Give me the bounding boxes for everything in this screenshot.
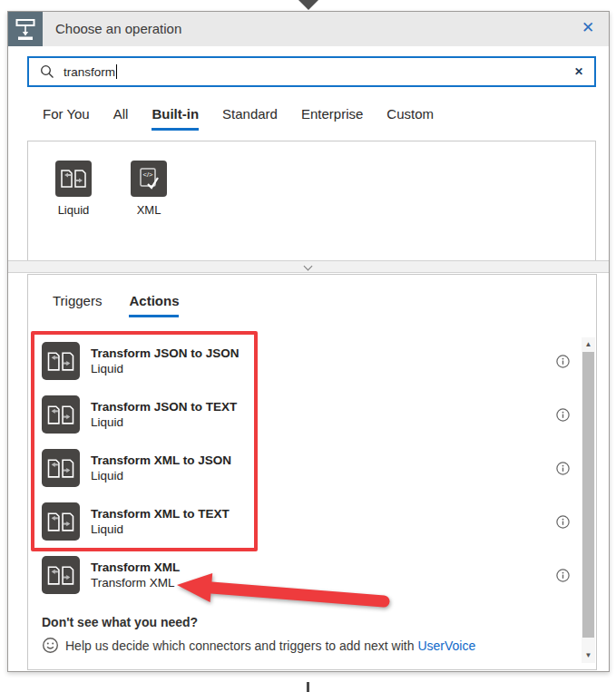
action-title: Transform XML <box>91 560 180 575</box>
category-tab-bar: For You All Built-in Standard Enterprise… <box>43 106 434 131</box>
connector-label: Liquid <box>58 203 90 217</box>
scrollbar[interactable]: ▲ ▼ <box>582 337 595 663</box>
action-list-item[interactable]: Transform JSON to TEXT Liquid <box>42 395 571 434</box>
operation-tab-bar: Triggers Actions <box>53 293 179 317</box>
operation-tab[interactable]: Actions <box>129 293 179 317</box>
footer-question: Don't see what you need? <box>42 615 198 629</box>
liquid-transform-icon <box>42 395 80 434</box>
chevron-down-icon <box>304 262 313 271</box>
search-input[interactable]: transform ✕ <box>27 56 596 87</box>
svg-text:</>: </> <box>143 171 153 179</box>
category-tab[interactable]: Built-in <box>152 106 199 131</box>
scrollbar-thumb[interactable] <box>582 352 594 638</box>
uservoice-link[interactable]: UserVoice <box>417 638 475 653</box>
text-caret <box>116 64 117 79</box>
action-connector-name: Liquid <box>91 414 237 430</box>
close-icon[interactable]: ✕ <box>576 16 600 40</box>
collapse-connectors-bar[interactable] <box>8 260 609 273</box>
action-list-item[interactable]: Transform JSON to JSON Liquid <box>42 342 571 380</box>
category-tab[interactable]: Standard <box>222 106 278 131</box>
connector-label: XML <box>137 203 161 217</box>
info-circle-icon[interactable] <box>555 568 571 583</box>
action-title: Transform XML to TEXT <box>91 506 230 521</box>
search-icon <box>40 64 54 79</box>
footer-help-text: Help us decide which connectors and trig… <box>65 638 414 653</box>
operation-picker-icon <box>8 12 43 46</box>
logic-apps-designer-canvas: { "dialog": { "title": "Choose an operat… <box>0 0 616 692</box>
action-connector-name: Liquid <box>91 521 230 537</box>
footer-help-row: Help us decide which connectors and trig… <box>42 637 475 654</box>
category-tab[interactable]: For You <box>43 106 90 131</box>
action-title: Transform JSON to JSON <box>91 346 240 361</box>
scroll-up-icon[interactable]: ▲ <box>582 338 595 351</box>
info-circle-icon[interactable] <box>555 354 571 369</box>
operations-panel: Triggers Actions <box>27 274 597 670</box>
connector-results-panel: Liquid </> XML <box>27 141 596 261</box>
clear-search-icon[interactable]: ✕ <box>574 65 583 78</box>
action-title: Transform XML to JSON <box>91 453 231 468</box>
smiley-face-icon <box>42 637 59 654</box>
xml-code-check-icon: </> <box>131 161 167 197</box>
dialog-title: Choose an operation <box>55 12 181 46</box>
dialog-header: Choose an operation ✕ <box>8 12 609 46</box>
connector-tile-liquid[interactable]: Liquid <box>48 161 99 260</box>
liquid-transform-icon <box>42 502 80 541</box>
action-connector-name: Liquid <box>91 361 240 376</box>
action-list-item[interactable]: Transform XML to JSON Liquid <box>42 449 571 487</box>
flow-connector-arrow-icon <box>298 0 319 11</box>
choose-operation-dialog: Choose an operation ✕ transform ✕ For Yo… <box>7 11 610 672</box>
info-circle-icon[interactable] <box>555 407 571 423</box>
action-list-item[interactable]: Transform XML to TEXT Liquid <box>42 502 571 541</box>
liquid-transform-icon <box>42 556 80 594</box>
category-tab[interactable]: All <box>113 106 129 131</box>
action-title: Transform JSON to TEXT <box>91 399 237 414</box>
action-list-item[interactable]: Transform XML Transform XML <box>42 556 571 594</box>
category-tab[interactable]: Enterprise <box>301 106 363 131</box>
category-tab[interactable]: Custom <box>386 106 434 131</box>
flow-connector-line <box>307 682 309 692</box>
scroll-down-icon[interactable]: ▼ <box>582 649 595 662</box>
operation-tab[interactable]: Triggers <box>53 293 102 317</box>
info-circle-icon[interactable] <box>555 514 571 530</box>
action-connector-name: Liquid <box>91 468 231 483</box>
info-circle-icon[interactable] <box>555 461 571 476</box>
action-list: Transform JSON to JSON Liquid <box>42 342 571 609</box>
connector-tile-xml[interactable]: </> XML <box>123 161 174 260</box>
liquid-transform-icon <box>42 342 80 380</box>
action-connector-name: Transform XML <box>91 575 180 590</box>
search-value: transform <box>64 65 115 79</box>
liquid-transform-icon <box>42 449 80 487</box>
liquid-transform-icon <box>55 161 92 197</box>
